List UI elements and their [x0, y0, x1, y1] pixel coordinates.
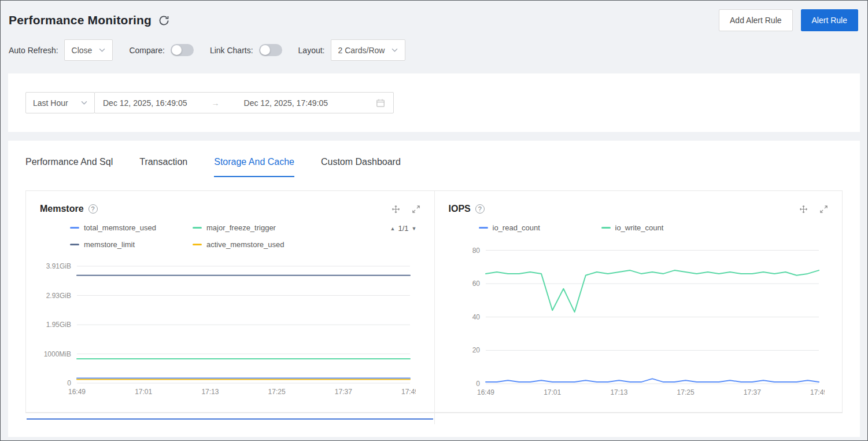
svg-text:17:13: 17:13: [201, 388, 219, 396]
legend-label: major_freeze_trigger: [206, 223, 276, 232]
svg-text:17:01: 17:01: [135, 388, 152, 396]
date-range-input[interactable]: Dec 12, 2025, 16:49:05 → Dec 12, 2025, 1…: [94, 92, 394, 113]
add-alert-rule-button[interactable]: Add Alert Rule: [719, 9, 793, 31]
tab-custom-dashboard[interactable]: Custom Dashboard: [321, 157, 401, 177]
svg-text:1.95GiB: 1.95GiB: [46, 321, 71, 329]
legend-label: io_write_count: [615, 223, 664, 232]
legend-label: total_memstore_used: [84, 223, 156, 232]
help-icon[interactable]: ?: [88, 204, 98, 214]
time-preset-value: Last Hour: [33, 98, 68, 108]
next-chart-row-cutoff: [25, 413, 843, 424]
chart-tools: [391, 205, 420, 214]
legend-grid: total_memstore_used major_freeze_trigger…: [70, 223, 415, 249]
auto-refresh-select[interactable]: Close: [64, 39, 113, 61]
legend-swatch: [193, 227, 202, 229]
link-charts-toggle[interactable]: [259, 44, 282, 56]
legend-item-active-memstore-used[interactable]: active_memstore_used: [193, 240, 284, 249]
memstore-chart[interactable]: 01000MiB1.95GiB2.93GiB3.91GiB16:4917:011…: [40, 256, 416, 398]
layout-label: Layout:: [298, 46, 325, 55]
auto-refresh-group: Auto Refresh: Close: [9, 39, 113, 61]
legend-swatch: [479, 227, 488, 229]
page-title: Performance Monitoring: [9, 13, 152, 27]
next-chart-line: [27, 418, 433, 420]
svg-text:1000MiB: 1000MiB: [44, 350, 71, 358]
range-start-value: Dec 12, 2025, 16:49:05: [103, 98, 187, 108]
legend-item-io-read-count[interactable]: io_read_count: [479, 223, 601, 232]
svg-text:16:49: 16:49: [68, 388, 86, 396]
legend-item-total-memstore-used[interactable]: total_memstore_used: [70, 223, 193, 232]
chart-title: Memstore: [40, 204, 84, 214]
layout-group: Layout: 2 Cards/Row: [298, 39, 406, 61]
svg-text:17:13: 17:13: [610, 388, 627, 396]
chevron-down-icon: [81, 101, 87, 105]
time-preset-select[interactable]: Last Hour: [25, 92, 95, 113]
legend-item-io-write-count[interactable]: io_write_count: [601, 223, 664, 232]
chart-title: IOPS: [449, 204, 471, 214]
time-range-card: Last Hour Dec 12, 2025, 16:49:05 → Dec 1…: [8, 74, 860, 132]
auto-refresh-value: Close: [72, 46, 93, 55]
svg-text:80: 80: [472, 247, 480, 255]
chart-header: Memstore ?: [40, 204, 420, 214]
move-icon[interactable]: [799, 205, 808, 214]
header-bar: Performance Monitoring Add Alert Rule Al…: [1, 1, 867, 35]
svg-text:2.93GiB: 2.93GiB: [46, 292, 71, 300]
main-card: Performance And Sql Transaction Storage …: [8, 141, 860, 437]
svg-text:16:49: 16:49: [477, 388, 494, 396]
pager-up-icon[interactable]: ▲: [390, 226, 396, 231]
svg-text:40: 40: [472, 313, 480, 321]
alert-rule-button[interactable]: Alert Rule: [801, 9, 858, 31]
calendar-icon[interactable]: [376, 98, 385, 108]
chart-header: IOPS ?: [449, 204, 829, 214]
tab-transaction[interactable]: Transaction: [139, 157, 187, 177]
svg-text:17:49: 17:49: [810, 388, 824, 396]
svg-text:0: 0: [476, 380, 480, 388]
compare-toggle[interactable]: [171, 44, 194, 56]
svg-text:60: 60: [472, 280, 480, 288]
legend: total_memstore_used major_freeze_trigger…: [40, 223, 420, 249]
next-chart-left: [25, 413, 434, 424]
move-icon[interactable]: [391, 205, 400, 214]
performance-monitoring-page: Performance Monitoring Add Alert Rule Al…: [0, 0, 868, 441]
legend-swatch: [70, 244, 79, 245]
expand-icon[interactable]: [819, 205, 828, 214]
pager-down-icon[interactable]: ▼: [412, 226, 417, 231]
legend-swatch: [193, 244, 202, 245]
svg-text:3.91GiB: 3.91GiB: [46, 262, 71, 270]
toggle-knob: [260, 45, 270, 55]
svg-text:17:37: 17:37: [743, 388, 760, 396]
chevron-down-icon: [99, 48, 105, 52]
arrow-right-icon: →: [212, 98, 220, 108]
range-end-value: Dec 12, 2025, 17:49:05: [244, 98, 328, 108]
next-chart-right: [434, 413, 843, 424]
toolbar: Auto Refresh: Close Compare: Link Charts…: [1, 35, 867, 61]
svg-text:0: 0: [67, 379, 71, 387]
chart-card-memstore: Memstore ? tota: [26, 191, 434, 412]
legend-item-major-freeze-trigger[interactable]: major_freeze_trigger: [193, 223, 284, 232]
help-icon[interactable]: ?: [475, 204, 485, 214]
svg-text:17:37: 17:37: [335, 388, 352, 396]
legend-swatch: [601, 227, 611, 229]
chevron-down-icon: [391, 48, 398, 52]
compare-label: Compare:: [129, 46, 164, 55]
refresh-icon[interactable]: [158, 15, 169, 26]
compare-group: Compare:: [129, 44, 193, 56]
pager-text: 1/1: [398, 224, 409, 233]
legend-label: active_memstore_used: [206, 240, 284, 249]
link-charts-label: Link Charts:: [210, 46, 253, 55]
auto-refresh-label: Auto Refresh:: [9, 46, 58, 55]
legend-label: io_read_count: [493, 223, 540, 232]
tab-performance-and-sql[interactable]: Performance And Sql: [25, 157, 113, 177]
legend-grid: io_read_count io_write_count: [479, 223, 823, 232]
chart-card-iops: IOPS ? io_read_: [434, 191, 843, 412]
legend: io_read_count io_write_count: [449, 223, 829, 232]
layout-select[interactable]: 2 Cards/Row: [331, 39, 406, 61]
charts-grid: Memstore ? tota: [25, 190, 843, 413]
tabs-bar: Performance And Sql Transaction Storage …: [25, 157, 843, 177]
legend-swatch: [70, 227, 79, 229]
legend-pager: ▲ 1/1 ▼: [390, 224, 417, 233]
expand-icon[interactable]: [412, 205, 420, 214]
iops-chart[interactable]: 02040608016:4917:0117:1317:2517:3717:49: [449, 239, 825, 399]
tab-storage-and-cache[interactable]: Storage And Cache: [214, 157, 294, 177]
legend-item-memstore-limit[interactable]: memstore_limit: [70, 240, 193, 249]
svg-text:20: 20: [472, 346, 480, 354]
